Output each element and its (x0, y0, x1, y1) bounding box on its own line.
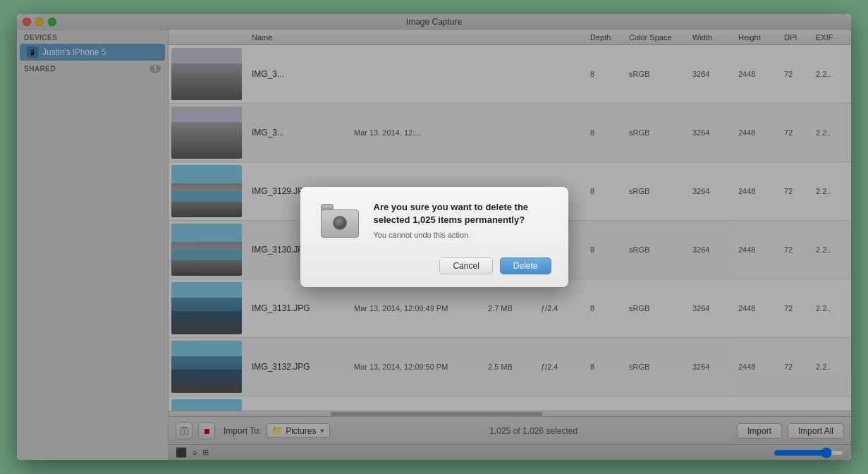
modal-buttons: Cancel Delete (317, 257, 551, 274)
modal-title: Are you sure you want to delete the sele… (374, 201, 551, 226)
delete-button-modal[interactable]: Delete (500, 257, 551, 274)
cancel-button[interactable]: Cancel (439, 257, 492, 274)
camera-icon (317, 201, 362, 246)
modal-overlay: Are you sure you want to delete the sele… (17, 14, 851, 460)
modal-subtitle: You cannot undo this action. (374, 231, 551, 239)
delete-confirmation-modal: Are you sure you want to delete the sele… (300, 187, 568, 287)
